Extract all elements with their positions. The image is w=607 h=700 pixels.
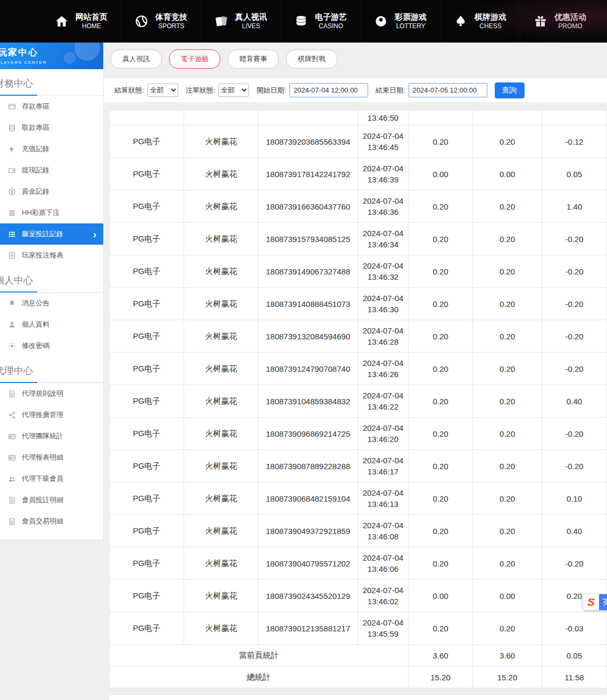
- nav-item-promo[interactable]: 优惠活动PROMO: [520, 0, 600, 43]
- tab-sports-events[interactable]: 體育賽事: [228, 49, 279, 69]
- start-date-input[interactable]: [289, 83, 368, 97]
- cell-platform: PG电子: [110, 612, 184, 645]
- ime-indicator[interactable]: S 英: [583, 594, 607, 610]
- cell-bet: 0.20: [409, 385, 473, 418]
- cell-valid: 0.20: [473, 515, 542, 547]
- tab-e-games[interactable]: 電子遊藝: [169, 49, 220, 69]
- nav-item-lives[interactable]: 真人视讯LIVES: [201, 0, 280, 43]
- cell-bet: 0.20: [409, 255, 473, 288]
- cell-valid: 0.20: [473, 223, 542, 255]
- cell-game: 火树赢花: [184, 515, 259, 547]
- sidebar-item-agent-team[interactable]: 代理團隊統計: [0, 426, 103, 447]
- cell-order: 1808739068482159104: [259, 482, 358, 515]
- nav-item-label: 棋牌游戏CHESS: [475, 12, 506, 30]
- share-icon: [8, 411, 16, 419]
- cell-bet: 0.20: [409, 482, 473, 515]
- page-total-bet: 3.60: [409, 645, 473, 666]
- bet-status-label: 注單狀態:: [186, 86, 215, 95]
- cell-time: 2024-07-0413:46:20: [358, 418, 409, 450]
- nav-item-label: 真人视讯LIVES: [235, 12, 267, 30]
- sidebar-item-label: 修改密碼: [22, 341, 49, 351]
- sidebar-item-member-trades[interactable]: 會員交易明細: [0, 511, 103, 532]
- sidebar-item-agent-members[interactable]: 代理下級會員: [0, 468, 103, 489]
- page-total-row: 當前頁統計3.603.600.05: [110, 645, 607, 666]
- tab-board-games[interactable]: 棋牌對戰: [286, 49, 337, 69]
- person-icon: [8, 321, 16, 329]
- ime-logo-icon: S: [583, 594, 599, 610]
- table-row: PG电子火树赢花18087391320845946902024-07-0413:…: [110, 320, 607, 353]
- cell-bet: 0.20: [409, 515, 473, 547]
- promo-icon: [534, 14, 547, 28]
- table-row: PG电子火树赢花18087390493729218592024-07-0413:…: [110, 515, 607, 547]
- sidebar-section-title: 財務中心: [0, 77, 33, 90]
- cell-game: 火树赢花: [184, 418, 259, 450]
- sidebar-item-withdraw-zone[interactable]: 取款專區: [0, 117, 103, 138]
- cell-platform: PG电子: [110, 320, 184, 353]
- cell-game: 火树赢花: [184, 223, 259, 255]
- cell-platform: PG电子: [110, 547, 184, 580]
- sidebar-item-agent-promo[interactable]: 代理推廣管理: [0, 404, 103, 426]
- sidebar-item-label: 取款專區: [22, 123, 49, 132]
- sidebar-item-label: 玩家投注報表: [22, 251, 63, 260]
- cell-order: 1808739040795571202: [259, 547, 358, 580]
- cell-profit: 0.40: [542, 385, 607, 418]
- sidebar-item-deposit-zone[interactable]: 存款專區: [0, 96, 103, 117]
- sidebar-item-player-report[interactable]: 玩家投注報表: [0, 245, 103, 266]
- people-icon: [8, 475, 16, 483]
- chevron-right-icon: ›: [93, 229, 96, 239]
- nav-item-chess[interactable]: 棋牌游戏CHESS: [440, 0, 520, 43]
- wallet-icon: [8, 166, 16, 174]
- nav-item-lottery[interactable]: 彩票游戏LOTTERY: [360, 0, 440, 43]
- tab-live-video[interactable]: 真人視訊: [111, 49, 162, 69]
- table-row: PG电子火树赢花18087390243455201292024-07-0413:…: [110, 580, 607, 612]
- end-date-input[interactable]: [409, 83, 487, 97]
- cell-profit: [542, 111, 607, 126]
- cell-platform: PG电子: [110, 288, 184, 320]
- settle-status-select[interactable]: 全部: [147, 84, 178, 97]
- sidebar-item-recharge-record[interactable]: 充值記錄: [0, 138, 103, 160]
- table-row: PG电子火树赢花18087391247907087402024-07-0413:…: [110, 353, 607, 385]
- cell-profit: -0.20: [542, 255, 607, 288]
- cell-game: 火树赢花: [184, 450, 259, 482]
- sidebar-item-funds-record[interactable]: 資金記錄: [0, 181, 103, 202]
- cell-valid: 0.20: [473, 288, 542, 320]
- cell-order: 1808739096869214725: [259, 418, 358, 450]
- sidebar-item-room-bet-record[interactable]: 廳室投註記錄›: [0, 223, 103, 245]
- sidebar-item-hh-lottery-bet[interactable]: HH彩票下注: [0, 202, 103, 223]
- sidebar-item-withdraw-record[interactable]: 提現記錄: [0, 160, 103, 181]
- sidebar-section-head: 個人中心: [0, 266, 103, 293]
- cell-bet: 0.20: [409, 223, 473, 255]
- cell-platform: PG电子: [110, 190, 184, 223]
- nav-item-home[interactable]: 网站首页HOME: [41, 0, 121, 43]
- page-total-profit: 0.05: [542, 645, 607, 666]
- cell-profit: -0.03: [542, 612, 607, 645]
- table-row: PG电子火树赢花18087390684821591042024-07-0413:…: [110, 482, 607, 515]
- doc-icon: [8, 518, 16, 526]
- cell-profit: -0.20: [542, 450, 607, 482]
- sidebar-item-change-password[interactable]: 修改密碼: [0, 335, 103, 356]
- cell-bet: 0.20: [409, 353, 473, 385]
- cell-valid: 0.20: [473, 482, 542, 515]
- cell-bet: [409, 111, 473, 126]
- list-icon: [8, 209, 16, 217]
- cell-valid: 0.20: [473, 255, 542, 288]
- sidebar-item-announcements[interactable]: 消息公告: [0, 293, 103, 314]
- idcard-icon: [8, 454, 16, 462]
- sidebar-item-member-bets[interactable]: 會員投註明細: [0, 489, 103, 511]
- cell-platform: PG电子: [110, 353, 184, 385]
- search-button[interactable]: 查詢: [495, 82, 525, 98]
- cell-bet: 0.20: [409, 190, 473, 223]
- nav-item-sports[interactable]: 体育竞技SPORTS: [121, 0, 201, 43]
- sidebar-item-profile[interactable]: 個人資料: [0, 314, 103, 335]
- doc-icon: [8, 390, 16, 398]
- report-icon: [8, 252, 16, 260]
- cell-valid: 0.20: [473, 418, 542, 450]
- bell-icon: [8, 299, 16, 307]
- start-date-label: 開始日期:: [256, 86, 286, 95]
- nav-item-casino[interactable]: 电子游艺CASINO: [280, 0, 360, 43]
- sidebar-item-agent-report[interactable]: 代理報表明細: [0, 447, 103, 468]
- sidebar-item-label: 代理報表明細: [22, 453, 63, 462]
- sidebar-item-agent-rules[interactable]: 代理規則說明: [0, 383, 103, 404]
- cell-game: 火树赢花: [184, 612, 259, 645]
- bet-status-select[interactable]: 全部: [218, 84, 249, 97]
